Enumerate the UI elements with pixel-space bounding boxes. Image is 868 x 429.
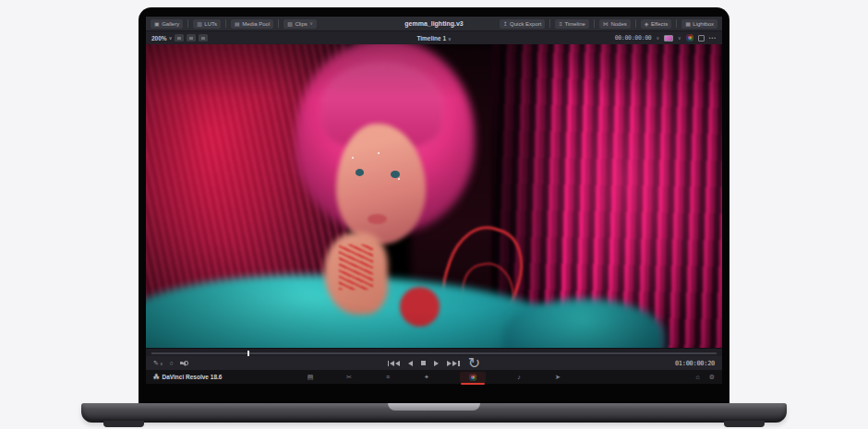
export-icon: ↥: [503, 21, 508, 27]
current-timecode: 01:00:00:20: [675, 360, 715, 367]
laptop-foot: [103, 421, 144, 427]
media-pool-label: Media Pool: [242, 21, 270, 27]
nodes-button[interactable]: ⋈ Nodes: [599, 19, 631, 29]
speaker-icon[interactable]: [180, 360, 188, 367]
lightbox-label: Lightbox: [693, 21, 714, 27]
chevron-down-icon: ∨: [448, 36, 452, 42]
luts-label: LUTs: [204, 21, 217, 27]
color-page-icon: [469, 374, 476, 381]
app-identity: ⁂ DaVinci Resolve 18.6: [153, 374, 222, 381]
timeline-label: Timeline: [564, 21, 585, 27]
effects-button[interactable]: ◈ Effects: [641, 19, 671, 29]
page-media-button[interactable]: ▤: [305, 372, 316, 382]
gallery-icon: ▣: [154, 21, 160, 27]
quick-export-button[interactable]: ↥ Quick Export: [500, 19, 546, 29]
more-options-button[interactable]: •••: [709, 35, 717, 41]
play-button[interactable]: [434, 361, 439, 366]
stop-button[interactable]: [421, 361, 426, 365]
gallery-button[interactable]: ▣ Gallery: [151, 19, 183, 29]
lid-lift-notch: [388, 403, 480, 411]
page-deliver-button[interactable]: ➤: [552, 372, 563, 382]
divider: [278, 19, 279, 28]
chevron-down-icon: ∨: [656, 35, 659, 41]
page-color-button[interactable]: [460, 372, 486, 383]
source-timecode: 00:00:00:00: [615, 34, 652, 42]
effects-icon: ◈: [645, 21, 649, 27]
quick-export-label: Quick Export: [510, 21, 541, 27]
top-toolbar: ▣ Gallery ▥ LUTs ▤ Media Pool: [146, 17, 722, 30]
chevron-down-icon: ∨: [309, 21, 313, 26]
viewer-canvas: [146, 44, 722, 348]
gallery-label: Gallery: [162, 21, 179, 27]
davinci-resolve-window: ▣ Gallery ▥ LUTs ▤ Media Pool: [146, 17, 722, 384]
viewer-toggle-button[interactable]: [199, 34, 208, 42]
page-fairlight-button[interactable]: ♪: [513, 372, 524, 382]
page-buttons: ▤ ✂ ≡ ✦ ♪ ➤: [146, 372, 722, 383]
timeline-icon: ≡: [559, 21, 562, 27]
expand-icon[interactable]: [698, 35, 705, 42]
davinci-logo-icon: ⁂: [153, 374, 160, 381]
toolbar-right-group: ↥ Quick Export ≡ Timeline ⋈ Nodes: [500, 19, 717, 29]
divider: [225, 19, 226, 28]
media-pool-button[interactable]: ▤ Media Pool: [231, 19, 273, 29]
luts-icon: ▥: [197, 21, 202, 27]
monitor-icon[interactable]: [664, 35, 673, 42]
media-pool-icon: ▤: [235, 21, 240, 27]
jump-to-end-button[interactable]: [447, 361, 460, 366]
zoom-level-select[interactable]: 200% ∨: [151, 35, 172, 42]
clips-button[interactable]: ▧ Clips ∨: [283, 19, 317, 29]
chevron-down-icon: ∨: [160, 361, 163, 366]
divider: [676, 19, 677, 28]
divider: [549, 19, 550, 28]
jump-to-start-button[interactable]: [388, 361, 401, 366]
nodes-icon: ⋈: [603, 21, 609, 27]
home-icon[interactable]: ⌂: [695, 374, 699, 380]
annotation-pen-button[interactable]: ✎ ∨: [153, 360, 163, 367]
clips-icon: ▧: [287, 21, 293, 27]
app-name: DaVinci Resolve 18.6: [163, 374, 223, 380]
page-fusion-button[interactable]: ✦: [421, 372, 432, 382]
transport-left-tools: ✎ ∨ ○: [153, 360, 188, 367]
laptop-base: [81, 403, 787, 423]
color-wheel-icon[interactable]: [686, 34, 693, 42]
loop-mode-button[interactable]: ○: [170, 360, 174, 366]
laptop-foot: [724, 421, 765, 427]
chevron-down-icon: ∨: [678, 35, 681, 41]
timeline-button[interactable]: ≡ Timeline: [555, 19, 588, 29]
timeline-name: Timeline 1: [416, 35, 446, 42]
nodes-label: Nodes: [610, 21, 626, 27]
page-navigation-bar: ⁂ DaVinci Resolve 18.6 ▤ ✂ ≡ ✦ ♪ ➤ ⌂ ⚙: [146, 370, 722, 384]
viewer-toggle-button[interactable]: [187, 34, 196, 42]
divider: [635, 19, 636, 28]
page-edit-button[interactable]: ≡: [382, 372, 393, 382]
divider: [187, 19, 188, 28]
effects-label: Effects: [651, 21, 668, 27]
lightbox-button[interactable]: ▦ Lightbox: [681, 19, 717, 29]
transport-bar: ✎ ∨ ○ ↻ 01:00:00:20: [146, 356, 722, 370]
laptop-screen: ▣ Gallery ▥ LUTs ▤ Media Pool: [139, 7, 729, 404]
step-back-button[interactable]: [408, 361, 413, 366]
toolbar-left-group: ▣ Gallery ▥ LUTs ▤ Media Pool: [151, 19, 317, 29]
viewer-toolbar: 200% ∨ Timeline 1 ∨ 00:00:00:00 ∨ ∨: [146, 30, 722, 44]
clips-label: Clips: [295, 21, 307, 27]
viewer-toolbar-right: 00:00:00:00 ∨ ∨ •••: [615, 34, 717, 42]
luts-button[interactable]: ▥ LUTs: [193, 19, 221, 29]
page-cut-button[interactable]: ✂: [344, 372, 355, 382]
divider: [594, 19, 595, 28]
viewer-toggle-button[interactable]: [175, 34, 184, 42]
gear-icon[interactable]: ⚙: [709, 374, 715, 381]
pen-icon: ✎: [153, 360, 159, 367]
lightbox-icon: ▦: [685, 21, 691, 27]
page-background: ▣ Gallery ▥ LUTs ▤ Media Pool: [0, 0, 868, 429]
appbar-right: ⌂ ⚙: [695, 374, 715, 381]
zoom-level-value: 200%: [151, 35, 167, 42]
chevron-down-icon: ∨: [169, 35, 173, 41]
photo-vignette: [146, 44, 722, 348]
